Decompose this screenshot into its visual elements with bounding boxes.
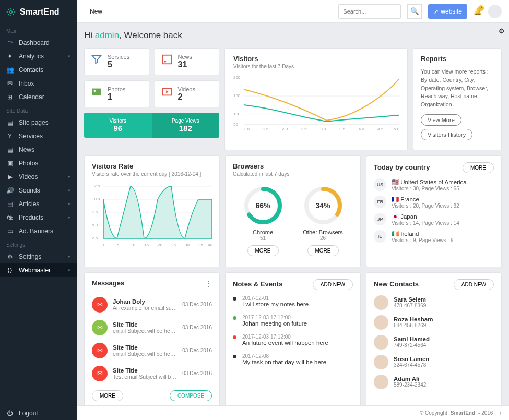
sidebar-item-photos[interactable]: ▣Photos xyxy=(0,157,77,170)
country-more-button[interactable]: MORE xyxy=(463,162,494,173)
svg-text:2.5: 2.5 xyxy=(301,127,307,131)
feed-icon xyxy=(161,54,173,65)
scroll-top-button[interactable]: ↑ xyxy=(499,410,502,416)
contact-name: Sami Hamed xyxy=(394,336,430,342)
compose-button[interactable]: COMPOSE xyxy=(170,390,212,401)
contact-row[interactable]: Adam Ali589-234-2342 xyxy=(374,375,494,389)
timeline-dot-icon xyxy=(233,316,236,320)
page-settings-button[interactable]: ⚙ xyxy=(499,27,505,35)
sidebar-item-sounds[interactable]: 🔊Sounds▾ xyxy=(0,184,77,197)
plus-icon: + xyxy=(84,8,88,15)
rate-chart: 12.510.07.55.02.5 0510152025303540 xyxy=(92,181,212,249)
stat-videos[interactable]: Videos2 xyxy=(155,80,220,107)
svg-text:5: 5 xyxy=(117,243,120,247)
notifications-button[interactable]: 🔔7 xyxy=(474,7,482,15)
svg-text:50: 50 xyxy=(233,122,238,127)
country-name: 🇯🇵 Japan xyxy=(392,213,459,220)
timeline-dot-icon xyxy=(233,335,236,339)
svg-point-4 xyxy=(94,90,96,92)
country-row[interactable]: IE🇮🇪 IrelandVisitors : 9, Page Views : 9 xyxy=(374,230,494,243)
notes-add-button[interactable]: ADD NEW xyxy=(313,279,353,290)
message-row[interactable]: ✉Site TitleTest email Subject will be he… xyxy=(92,362,212,385)
country-row[interactable]: JP🇯🇵 JapanVisitors : 14, Page Views : 14 xyxy=(374,213,494,226)
brand[interactable]: SmartEnd xyxy=(0,0,77,24)
contacts-icon: 👥 xyxy=(6,66,14,74)
stat-news[interactable]: News31 xyxy=(155,48,220,75)
country-name: 🇺🇸 United States of America xyxy=(392,178,467,186)
brand-text: SmartEnd xyxy=(20,7,60,17)
timeline-item[interactable]: 2017-12-08My task on that day will be he… xyxy=(233,353,353,365)
message-title: Site Title xyxy=(113,344,177,351)
chevron-down-icon: ▾ xyxy=(68,215,70,220)
timeline-item[interactable]: 2017-12-01I will store my notes here xyxy=(233,295,353,307)
svg-text:30: 30 xyxy=(185,243,190,247)
contact-row[interactable]: Roza Hesham684-456-8269 xyxy=(374,315,494,330)
sidebar-item-contacts[interactable]: 👥Contacts xyxy=(0,63,77,77)
sidebar-item-dashboard[interactable]: ◠Dashboard xyxy=(0,36,77,50)
browser-chrome: 66% Chrome51 MORE xyxy=(243,185,283,256)
message-subject: email Subject will be here for test xyxy=(113,351,177,357)
view-more-button[interactable]: View More xyxy=(421,114,461,126)
contact-row[interactable]: Sara Selem478-467-8369 xyxy=(374,295,494,310)
contact-row[interactable]: Sami Hamed749-372-4564 xyxy=(374,335,494,350)
website-button[interactable]: ↗website xyxy=(428,4,467,19)
sidebar-item-logout[interactable]: ⏻Logout xyxy=(0,406,77,420)
search-input[interactable] xyxy=(338,4,401,19)
timeline-item[interactable]: 2017-12-03 17:12:00Johan meeting on futu… xyxy=(233,315,353,327)
visitors-history-button[interactable]: Visitors History xyxy=(421,129,472,140)
sidebar-item-webmaster[interactable]: ⟨⟩Webmaster▾ xyxy=(0,263,77,277)
timeline-text: I will store my notes here xyxy=(242,301,353,307)
svg-text:3.5: 3.5 xyxy=(339,127,346,131)
logout-icon: ⏻ xyxy=(6,410,14,417)
browser-b-more-button[interactable]: MORE xyxy=(307,245,339,256)
sidebar-item-videos[interactable]: ▶Videos▾ xyxy=(0,170,77,184)
svg-text:150: 150 xyxy=(233,93,241,98)
contact-phone: 684-456-8269 xyxy=(394,322,433,328)
envelope-icon: ✉ xyxy=(92,366,108,381)
messages-menu-button[interactable]: ⋮ xyxy=(205,280,212,287)
messages-more-button[interactable]: MORE xyxy=(92,390,123,401)
message-row[interactable]: ✉Johan DolyAn example for email subject0… xyxy=(92,293,212,316)
contact-avatar xyxy=(374,335,388,350)
contact-name: Adam Ali xyxy=(394,376,426,382)
sidebar-item-adbanners[interactable]: ▭Ad. Banners xyxy=(0,224,77,238)
sidebar-item-settings[interactable]: ⚙Settings▾ xyxy=(0,250,77,263)
search-button[interactable]: 🔍 xyxy=(407,4,422,19)
sidebar-item-calendar[interactable]: ⊞Calendar xyxy=(0,90,77,104)
browsers-sub: Calculated in last 7 days xyxy=(233,171,353,177)
timeline-dot-icon xyxy=(233,297,236,301)
message-date: 03 Dec 2016 xyxy=(182,370,212,376)
timeline-text: Johan meeting on future xyxy=(242,320,353,327)
country-row[interactable]: US🇺🇸 United States of AmericaVisitors : … xyxy=(374,178,494,191)
articles-icon: ▤ xyxy=(6,200,14,208)
svg-text:40: 40 xyxy=(208,243,212,247)
sidebar-item-articles[interactable]: ▤Articles▾ xyxy=(0,197,77,211)
videos-icon: ▶ xyxy=(6,173,14,181)
message-row[interactable]: ✉Site Titleemail Subject will be here fo… xyxy=(92,339,212,362)
timeline-item[interactable]: 2017-12-03 17:12:00An future event will … xyxy=(233,334,353,346)
country-row[interactable]: FR🇫🇷 FranceVisitors : 20, Page Views : 6… xyxy=(374,196,494,209)
contact-phone: 589-234-2342 xyxy=(394,382,426,388)
visitors-chart: 20015010050 1.01.52.02.53.03.54.04.55.0 xyxy=(233,74,399,131)
contacts-add-button[interactable]: ADD NEW xyxy=(454,279,494,290)
user-avatar[interactable] xyxy=(488,5,502,18)
sidebar-item-analytics[interactable]: ✦Analytics▾ xyxy=(0,50,77,63)
contact-row[interactable]: Soso Lamen324-674-4578 xyxy=(374,355,494,369)
image-icon xyxy=(91,86,102,98)
sidebar-item-products[interactable]: 🛍Products▾ xyxy=(0,211,77,224)
sidebar-item-inbox[interactable]: ✉Inbox xyxy=(0,77,77,90)
sidebar-item-services[interactable]: YServices xyxy=(0,129,77,143)
pages-icon: ▤ xyxy=(6,119,14,126)
new-button[interactable]: +New xyxy=(84,8,102,15)
greeting: Hi admin, Welcome back xyxy=(84,30,502,41)
svg-text:10: 10 xyxy=(131,243,135,247)
stat-photos[interactable]: Photos1 xyxy=(84,80,149,107)
stat-services[interactable]: Services5 xyxy=(84,48,149,75)
message-date: 03 Dec 2016 xyxy=(182,325,212,330)
sidebar-item-sitepages[interactable]: ▤Site pages xyxy=(0,116,77,129)
sidebar-item-news[interactable]: ▤News xyxy=(0,143,77,157)
message-row[interactable]: ✉Site Titleemail Subject will be here fo… xyxy=(92,316,212,339)
chevron-down-icon: ▾ xyxy=(68,201,70,207)
browser-a-more-button[interactable]: MORE xyxy=(247,245,279,256)
external-icon: ↗ xyxy=(433,8,439,15)
